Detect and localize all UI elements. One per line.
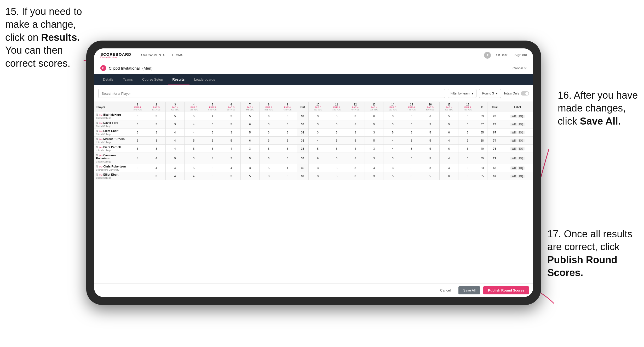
label-dq-button[interactable]: DQ <box>518 115 525 118</box>
cancel-button[interactable]: Cancel <box>435 286 455 294</box>
score-hole-17[interactable]: 4 <box>440 153 458 164</box>
score-hole-11[interactable]: 5 <box>327 164 346 172</box>
score-hole-1[interactable]: 6 <box>128 120 147 128</box>
score-hole-2[interactable]: 3 <box>147 172 166 180</box>
label-wd-button[interactable]: WD <box>510 157 518 160</box>
score-hole-3[interactable]: 4 <box>166 145 185 153</box>
tab-teams[interactable]: Teams <box>118 74 137 85</box>
score-hole-2[interactable]: 3 <box>147 128 166 137</box>
score-hole-8[interactable]: 5 <box>259 153 278 164</box>
score-hole-14[interactable]: 3 <box>383 112 402 120</box>
score-hole-17[interactable]: 5 <box>440 120 458 128</box>
score-hole-1[interactable]: 3 <box>128 164 147 172</box>
score-hole-6[interactable]: 3 <box>222 128 241 137</box>
score-hole-8[interactable]: 3 <box>259 128 278 137</box>
score-hole-3[interactable]: 3 <box>166 120 185 128</box>
totals-only-toggle[interactable]: Totals Only <box>504 91 529 96</box>
score-hole-1[interactable]: 3 <box>128 145 147 153</box>
score-hole-8[interactable]: 5 <box>259 145 278 153</box>
score-hole-9[interactable]: 5 <box>278 120 297 128</box>
score-hole-3[interactable]: 5 <box>166 153 185 164</box>
score-hole-1[interactable]: 5 <box>128 128 147 137</box>
score-hole-10[interactable]: 3 <box>308 112 327 120</box>
score-hole-16[interactable]: 5 <box>421 153 440 164</box>
score-hole-4[interactable]: 4 <box>185 128 203 137</box>
score-hole-8[interactable]: 3 <box>259 120 278 128</box>
score-hole-5[interactable]: 3 <box>203 172 222 180</box>
toggle-switch[interactable] <box>521 91 529 96</box>
filter-by-team-dropdown[interactable]: Filter by team ▼ <box>448 89 477 98</box>
score-hole-6[interactable]: 4 <box>222 164 241 172</box>
score-hole-10[interactable]: 3 <box>308 172 327 180</box>
score-hole-15[interactable]: 5 <box>402 120 421 128</box>
score-hole-12[interactable]: 3 <box>346 172 365 180</box>
score-hole-13[interactable]: 5 <box>365 120 383 128</box>
score-hole-1[interactable]: 3 <box>128 112 147 120</box>
score-hole-15[interactable]: 5 <box>402 164 421 172</box>
score-hole-5[interactable]: 3 <box>203 128 222 137</box>
score-hole-8[interactable]: 3 <box>259 172 278 180</box>
score-hole-18[interactable]: 5 <box>458 172 477 180</box>
score-hole-4[interactable]: 4 <box>185 120 203 128</box>
sort-icon[interactable]: ⇅ <box>96 129 99 132</box>
score-hole-7[interactable]: 3 <box>241 145 260 153</box>
score-hole-13[interactable]: 5 <box>365 137 383 145</box>
label-dq-button[interactable]: DQ <box>518 139 525 142</box>
score-hole-6[interactable]: 4 <box>222 145 241 153</box>
score-hole-14[interactable]: 3 <box>383 120 402 128</box>
score-hole-15[interactable]: 3 <box>402 172 421 180</box>
tab-details[interactable]: Details <box>98 74 118 85</box>
score-hole-9[interactable]: 3 <box>278 128 297 137</box>
score-hole-2[interactable]: 3 <box>147 145 166 153</box>
score-hole-1[interactable]: 4 <box>128 153 147 164</box>
score-hole-15[interactable]: 5 <box>402 112 421 120</box>
score-hole-8[interactable]: 3 <box>259 137 278 145</box>
score-hole-5[interactable]: 3 <box>203 164 222 172</box>
score-hole-15[interactable]: 3 <box>402 137 421 145</box>
score-hole-3[interactable]: 4 <box>166 137 185 145</box>
score-hole-14[interactable]: 5 <box>383 128 402 137</box>
score-hole-9[interactable]: 5 <box>278 153 297 164</box>
score-hole-17[interactable]: 6 <box>440 172 458 180</box>
score-hole-6[interactable]: 5 <box>222 120 241 128</box>
score-hole-9[interactable]: 4 <box>278 164 297 172</box>
sort-icon[interactable]: ⇅ <box>96 173 99 176</box>
score-hole-18[interactable]: 3 <box>458 164 477 172</box>
score-hole-6[interactable]: 3 <box>222 112 241 120</box>
score-hole-4[interactable]: 3 <box>185 153 203 164</box>
sort-icon[interactable]: ⇅ <box>96 165 99 167</box>
score-hole-18[interactable]: 3 <box>458 112 477 120</box>
score-hole-10[interactable]: 4 <box>308 137 327 145</box>
score-hole-3[interactable]: 4 <box>166 164 185 172</box>
score-hole-17[interactable]: 5 <box>440 112 458 120</box>
score-hole-9[interactable]: 3 <box>278 172 297 180</box>
score-hole-18[interactable]: 3 <box>458 120 477 128</box>
score-hole-11[interactable]: 5 <box>327 145 346 153</box>
score-hole-12[interactable]: 3 <box>346 112 365 120</box>
sort-icon[interactable]: ⇅ <box>96 113 99 116</box>
score-hole-7[interactable]: 5 <box>241 112 260 120</box>
label-wd-button[interactable]: WD <box>510 147 518 150</box>
score-hole-17[interactable]: 6 <box>440 145 458 153</box>
score-hole-12[interactable]: 5 <box>346 137 365 145</box>
score-hole-6[interactable]: 3 <box>222 172 241 180</box>
score-hole-3[interactable]: 4 <box>166 172 185 180</box>
score-hole-14[interactable]: 3 <box>383 164 402 172</box>
score-hole-11[interactable]: 5 <box>327 112 346 120</box>
score-hole-15[interactable]: 3 <box>402 153 421 164</box>
score-hole-7[interactable]: 3 <box>241 164 260 172</box>
score-hole-5[interactable]: 4 <box>203 153 222 164</box>
score-hole-1[interactable]: 5 <box>128 172 147 180</box>
score-hole-8[interactable]: 5 <box>259 164 278 172</box>
score-hole-4[interactable]: 5 <box>185 145 203 153</box>
nav-teams[interactable]: TEAMS <box>172 52 183 58</box>
score-hole-2[interactable]: 3 <box>147 112 166 120</box>
sort-icon[interactable]: ⇅ <box>96 145 99 148</box>
score-hole-11[interactable]: 5 <box>327 137 346 145</box>
score-hole-1[interactable]: 5 <box>128 137 147 145</box>
score-hole-12[interactable]: 3 <box>346 128 365 137</box>
label-wd-button[interactable]: WD <box>510 175 518 178</box>
tab-leaderboards[interactable]: Leaderboards <box>189 74 220 85</box>
score-hole-18[interactable]: 5 <box>458 128 477 137</box>
score-hole-16[interactable]: 6 <box>421 112 440 120</box>
